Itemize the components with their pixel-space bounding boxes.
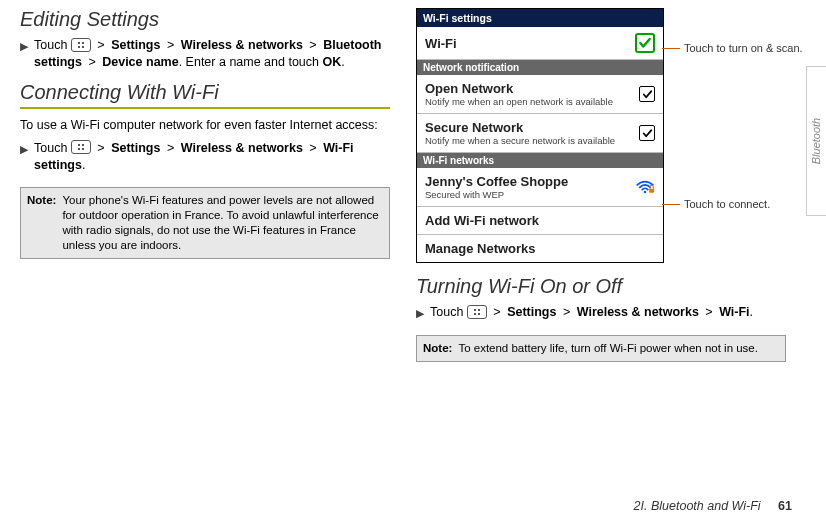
phone-screenshot-wrapper: Wi-Fi settings Wi-Fi Network notificatio… [416, 8, 786, 275]
row-open-sub: Notify me when an open network is availa… [425, 96, 613, 107]
breadcrumb-sep: > [563, 305, 570, 319]
checkbox-checked-icon[interactable] [635, 33, 655, 53]
breadcrumb-sep: > [309, 141, 316, 155]
row-jenny-title: Jenny's Coffee Shoppe [425, 174, 568, 189]
breadcrumb-sep: > [705, 305, 712, 319]
row-jennys-coffee[interactable]: Jenny's Coffee Shoppe Secured with WEP [417, 168, 663, 207]
nav-wireless: Wireless & networks [577, 305, 699, 319]
menu-grid-icon [71, 38, 91, 52]
svg-point-0 [644, 191, 647, 194]
text: Touch [430, 305, 463, 319]
nav-wireless: Wireless & networks [181, 38, 303, 52]
menu-grid-icon [71, 140, 91, 154]
nav-wifi: Wi-Fi [719, 305, 749, 319]
nav-settings: Settings [507, 305, 556, 319]
annotation-turn-on: Touch to turn on & scan. [684, 42, 803, 54]
note-text: To extend battery life, turn off Wi-Fi p… [458, 341, 758, 356]
row-open-title: Open Network [425, 81, 613, 96]
step-wifi-toggle: ▶ Touch > Settings > Wireless & networks… [416, 304, 786, 321]
breadcrumb-sep: > [309, 38, 316, 52]
heading-connecting-wifi: Connecting With Wi-Fi [20, 81, 390, 109]
row-manage-label: Manage Networks [425, 241, 536, 256]
text: . [341, 55, 344, 69]
text: . [82, 158, 85, 172]
wifi-secured-icon [635, 180, 655, 194]
text: . [750, 305, 753, 319]
section-network-notification: Network notification [417, 60, 663, 75]
row-open-network[interactable]: Open Network Notify me when an open netw… [417, 75, 663, 114]
page-footer: 2I. Bluetooth and Wi-Fi 61 [634, 499, 792, 513]
nav-settings: Settings [111, 38, 160, 52]
left-column: Editing Settings ▶ Touch > Settings > Wi… [20, 8, 390, 362]
row-secure-title: Secure Network [425, 120, 615, 135]
footer-chapter: 2I. Bluetooth and Wi-Fi [634, 499, 761, 513]
annotation-line [662, 48, 680, 49]
bullet-icon: ▶ [20, 142, 28, 157]
step-edit-settings: ▶ Touch > Settings > Wireless & networks… [20, 37, 390, 71]
annotation-line [662, 204, 680, 205]
svg-rect-1 [649, 189, 654, 193]
row-manage-networks[interactable]: Manage Networks [417, 235, 663, 262]
bullet-icon: ▶ [20, 39, 28, 54]
breadcrumb-sep: > [88, 55, 95, 69]
checkbox-checked-icon[interactable] [639, 125, 655, 141]
nav-wireless: Wireless & networks [181, 141, 303, 155]
heading-editing-settings: Editing Settings [20, 8, 390, 31]
row-jenny-sub: Secured with WEP [425, 189, 568, 200]
menu-grid-icon [467, 305, 487, 319]
nav-settings: Settings [111, 141, 160, 155]
nav-ok: OK [323, 55, 342, 69]
footer-page-number: 61 [778, 499, 792, 513]
note-label: Note: [423, 341, 452, 356]
breadcrumb-sep: > [167, 38, 174, 52]
checkbox-checked-icon[interactable] [639, 86, 655, 102]
annotation-connect: Touch to connect. [684, 198, 770, 210]
text: Touch [34, 38, 67, 52]
side-tab-bluetooth: Bluetooth [806, 66, 826, 216]
bullet-icon: ▶ [416, 306, 424, 321]
note-box-battery: Note: To extend battery life, turn off W… [416, 335, 786, 362]
side-tab-label: Bluetooth [811, 118, 823, 164]
nav-device-name: Device name [102, 55, 178, 69]
section-wifi-networks: Wi-Fi networks [417, 153, 663, 168]
right-column: Wi-Fi settings Wi-Fi Network notificatio… [416, 8, 786, 362]
row-secure-sub: Notify me when a secure network is avail… [425, 135, 615, 146]
row-add-label: Add Wi-Fi network [425, 213, 539, 228]
text: . Enter a name and touch [179, 55, 323, 69]
text: Touch [34, 141, 67, 155]
phone-screenshot: Wi-Fi settings Wi-Fi Network notificatio… [416, 8, 664, 263]
note-box-france: Note: Your phone's Wi-Fi features and po… [20, 187, 390, 259]
row-add-wifi[interactable]: Add Wi-Fi network [417, 207, 663, 235]
note-text: Your phone's Wi-Fi features and power le… [62, 193, 383, 253]
breadcrumb-sep: > [493, 305, 500, 319]
row-wifi-toggle[interactable]: Wi-Fi [417, 27, 663, 60]
row-wifi-label: Wi-Fi [425, 36, 457, 51]
phone-titlebar: Wi-Fi settings [417, 9, 663, 27]
heading-turning-wifi: Turning Wi-Fi On or Off [416, 275, 786, 298]
row-secure-network[interactable]: Secure Network Notify me when a secure n… [417, 114, 663, 153]
step-wifi-settings: ▶ Touch > Settings > Wireless & networks… [20, 140, 390, 174]
breadcrumb-sep: > [97, 141, 104, 155]
intro-text: To use a Wi-Fi computer network for even… [20, 117, 390, 134]
breadcrumb-sep: > [167, 141, 174, 155]
breadcrumb-sep: > [97, 38, 104, 52]
note-label: Note: [27, 193, 56, 253]
